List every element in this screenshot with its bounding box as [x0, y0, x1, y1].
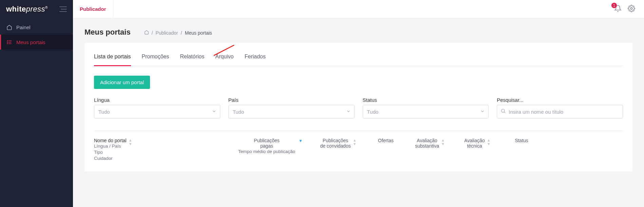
topbar-actions: 1 — [605, 0, 644, 18]
logo-bold: white — [6, 5, 26, 13]
list-icon — [6, 39, 12, 45]
language-select-value: Tudo — [98, 109, 110, 115]
breadcrumb-publisher[interactable]: Publicador — [156, 30, 178, 36]
sort-icon: ▲▼ — [353, 138, 357, 146]
tab-publicador[interactable]: Publicador — [73, 0, 113, 18]
sidebar-item-painel[interactable]: Painel — [0, 20, 73, 35]
svg-point-4 — [7, 42, 7, 42]
sidebar-nav: Painel Meus portais — [0, 20, 73, 50]
sort-icon: ▲▼ — [129, 138, 132, 146]
home-icon — [6, 24, 12, 30]
chevron-down-icon — [480, 109, 485, 115]
filter-search: Pesquisar... — [497, 97, 623, 118]
top-tab-label: Publicador — [80, 6, 106, 12]
breadcrumb: / Publicador / Meus portais — [144, 30, 212, 36]
filter-language: Língua Tudo — [94, 97, 220, 118]
th-paid-1: Publicações — [254, 138, 280, 143]
chevron-down-icon — [212, 109, 216, 115]
th-evaltech-1: Avaliação — [464, 138, 485, 143]
chevron-down-icon — [346, 109, 351, 115]
add-portal-button[interactable]: Adicionar um portal — [94, 76, 150, 89]
sort-icon: ▲▼ — [441, 138, 445, 146]
notifications-button[interactable]: 1 — [614, 5, 622, 14]
th-evalsub-2: substantiva — [415, 143, 439, 149]
tabs: Lista de portais Promoções Relatórios Ar… — [94, 43, 623, 66]
tab-relatorios[interactable]: Relatórios — [180, 49, 204, 66]
th-paid-publications[interactable]: Publicações pagas Tempo médio de publica… — [230, 138, 311, 162]
main: Publicador 1 Meus portais — [73, 0, 644, 207]
page-title: Meus portais — [84, 28, 131, 37]
th-offers[interactable]: Ofertas — [365, 138, 406, 162]
breadcrumb-current: Meus portais — [185, 30, 212, 36]
th-portal[interactable]: Nome do portal Língua / País Tipo Cuidad… — [94, 138, 230, 162]
svg-point-3 — [7, 40, 7, 41]
svg-point-6 — [630, 7, 632, 10]
sidebar-top: whitepress® — [0, 0, 73, 20]
settings-button[interactable] — [628, 5, 635, 14]
logo-rest: press — [26, 5, 45, 13]
th-evaltech-2: técnica — [467, 143, 482, 149]
sidebar-item-meus-portais[interactable]: Meus portais — [0, 35, 73, 50]
tab-lista-de-portais[interactable]: Lista de portais — [94, 49, 131, 66]
filter-country-label: País — [228, 97, 355, 103]
tab-promocoes[interactable]: Promoções — [142, 49, 169, 66]
filter-search-label: Pesquisar... — [497, 97, 623, 103]
country-select-value: Tudo — [233, 109, 244, 115]
sidebar: whitepress® Painel Meus portais — [0, 0, 73, 207]
status-select[interactable]: Tudo — [363, 105, 489, 118]
content-card: Lista de portais Promoções Relatórios Ar… — [84, 43, 632, 171]
th-portal-name: Nome do portal — [94, 138, 127, 143]
svg-point-5 — [7, 43, 7, 44]
logo-reg: ® — [45, 6, 48, 10]
th-eval-substantiva[interactable]: Avaliação substantiva ▲▼ — [406, 138, 454, 162]
hamburger-icon[interactable] — [59, 6, 67, 12]
status-select-value: Tudo — [367, 109, 379, 115]
th-offers-label: Ofertas — [378, 138, 394, 143]
search-icon — [500, 108, 506, 115]
filter-language-label: Língua — [94, 97, 220, 103]
breadcrumb-sep: / — [181, 30, 182, 36]
th-portal-sub1: Língua / País — [94, 143, 127, 149]
th-status[interactable]: Status — [501, 138, 542, 162]
logo: whitepress® — [6, 5, 48, 14]
th-status-label: Status — [515, 138, 528, 143]
gear-icon — [628, 5, 635, 14]
topbar: Publicador 1 — [73, 0, 644, 18]
search-input-wrap[interactable] — [497, 105, 623, 118]
caret-down-icon: ▼ — [299, 138, 303, 143]
country-select[interactable]: Tudo — [228, 105, 355, 118]
tab-arquivo[interactable]: Arquivo — [215, 49, 233, 66]
th-evalsub-1: Avaliação — [417, 138, 437, 143]
tab-feriados[interactable]: Feriados — [245, 49, 266, 66]
svg-point-7 — [501, 109, 505, 112]
th-paid-sub: Tempo médio de publicação — [238, 149, 295, 155]
th-guest-2: de convidados — [320, 143, 351, 149]
actions-row: Adicionar um portal — [94, 66, 623, 96]
language-select[interactable]: Tudo — [94, 105, 220, 118]
th-portal-sub3: Cuidador — [94, 155, 127, 162]
th-portal-sub2: Tipo — [94, 149, 127, 155]
filters: Língua Tudo País Tudo — [94, 96, 623, 118]
th-paid-2: pagas — [260, 143, 273, 149]
home-icon[interactable] — [144, 30, 149, 36]
breadcrumb-sep: / — [152, 30, 153, 36]
table-header: Nome do portal Língua / País Tipo Cuidad… — [94, 131, 623, 162]
svg-line-8 — [504, 112, 505, 113]
sort-icon: ▲▼ — [487, 138, 491, 146]
sidebar-item-label: Meus portais — [16, 39, 45, 45]
sidebar-item-label: Painel — [16, 24, 31, 30]
filter-status-label: Status — [363, 97, 489, 103]
notification-badge: 1 — [611, 3, 617, 8]
filter-status: Status Tudo — [363, 97, 489, 118]
filter-country: País Tudo — [228, 97, 355, 118]
page-head: Meus portais / Publicador / Meus portais — [73, 18, 644, 43]
th-eval-tecnica[interactable]: Avaliação técnica ▲▼ — [454, 138, 501, 162]
search-input[interactable] — [509, 109, 619, 115]
th-guest-1: Publicações — [323, 138, 348, 143]
th-guest-publications[interactable]: Publicações de convidados ▲▼ — [311, 138, 365, 162]
